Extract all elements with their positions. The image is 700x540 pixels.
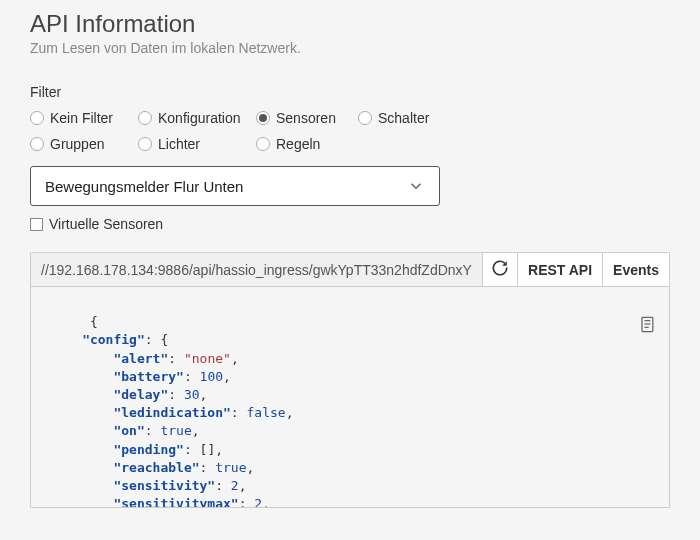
radio-label: Schalter <box>378 110 429 126</box>
refresh-icon <box>491 259 509 280</box>
radio-label: Konfiguration <box>158 110 241 126</box>
page-subtitle: Zum Lesen von Daten im lokalen Netzwerk. <box>30 40 670 56</box>
filter-radio-regeln[interactable]: Regeln <box>256 136 358 152</box>
radio-icon <box>358 111 372 125</box>
rest-api-tab[interactable]: REST API <box>518 253 603 286</box>
filter-radio-lichter[interactable]: Lichter <box>138 136 256 152</box>
chevron-down-icon <box>407 177 425 195</box>
filter-radio-gruppen[interactable]: Gruppen <box>30 136 138 152</box>
filter-radio-kein-filter[interactable]: Kein Filter <box>30 110 138 126</box>
filter-label: Filter <box>30 84 670 100</box>
api-panel: //192.168.178.134:9886/api/hassio_ingres… <box>30 252 670 508</box>
radio-label: Kein Filter <box>50 110 113 126</box>
radio-label: Sensoren <box>276 110 336 126</box>
radio-icon <box>138 111 152 125</box>
radio-label: Lichter <box>158 136 200 152</box>
radio-icon <box>256 111 270 125</box>
api-url-field[interactable]: //192.168.178.134:9886/api/hassio_ingres… <box>31 253 483 286</box>
virtual-sensors-checkbox[interactable] <box>30 218 43 231</box>
sensor-select-value: Bewegungsmelder Flur Unten <box>45 178 243 195</box>
api-response-body: { "config": { "alert": "none", "battery"… <box>31 287 669 507</box>
radio-label: Regeln <box>276 136 320 152</box>
radio-icon <box>138 137 152 151</box>
page-title: API Information <box>30 10 670 38</box>
radio-label: Gruppen <box>50 136 104 152</box>
filter-radio-konfiguration[interactable]: Konfiguration <box>138 110 256 126</box>
radio-icon <box>30 137 44 151</box>
filter-radio-schalter[interactable]: Schalter <box>358 110 448 126</box>
radio-icon <box>256 137 270 151</box>
virtual-sensors-label: Virtuelle Sensoren <box>49 216 163 232</box>
filter-radio-group: Kein FilterKonfigurationSensorenSchalter… <box>30 110 670 152</box>
sensor-select[interactable]: Bewegungsmelder Flur Unten <box>30 166 440 206</box>
events-tab[interactable]: Events <box>603 253 669 286</box>
copy-icon[interactable] <box>574 295 657 359</box>
refresh-button[interactable] <box>483 253 518 286</box>
filter-radio-sensoren[interactable]: Sensoren <box>256 110 358 126</box>
radio-icon <box>30 111 44 125</box>
